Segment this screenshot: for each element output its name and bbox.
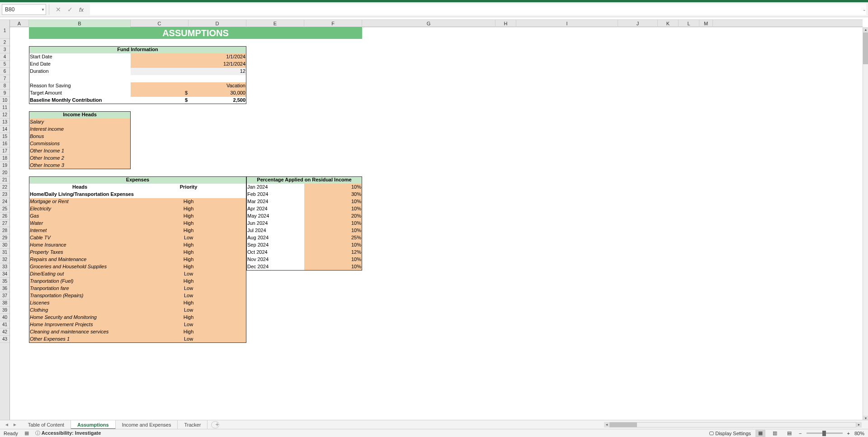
row-header-42[interactable]: 42	[0, 328, 9, 336]
row-header-36[interactable]: 36	[0, 285, 9, 292]
cell[interactable]: Low	[131, 285, 246, 292]
cell[interactable]: Transportation (Repairs)	[29, 292, 131, 299]
cell[interactable]: Clothing	[29, 307, 131, 314]
cell[interactable]: Heads	[29, 184, 131, 191]
cell[interactable]: High	[131, 242, 246, 249]
cell[interactable]: Target Amount	[29, 90, 131, 97]
cell[interactable]: High	[131, 220, 246, 227]
cell[interactable]: Other Income 3	[29, 162, 131, 169]
row-header-33[interactable]: 33	[0, 263, 9, 271]
enter-icon[interactable]: ✓	[67, 6, 73, 13]
row-header-22[interactable]: 22	[0, 184, 9, 191]
row-header-21[interactable]: 21	[0, 176, 9, 184]
cell[interactable]: Tranportation (Fuel)	[29, 278, 131, 285]
cell[interactable]: Start Date	[29, 53, 131, 61]
col-header-G[interactable]: G	[362, 20, 495, 28]
cell[interactable]: 12/1/2024	[131, 61, 246, 68]
zoom-in-button[interactable]: +	[847, 431, 850, 436]
scroll-up-icon[interactable]: ▲	[863, 27, 868, 33]
cell[interactable]: Nov 2024	[246, 256, 304, 263]
row-header-37[interactable]: 37	[0, 292, 9, 299]
col-header-K[interactable]: K	[658, 20, 679, 28]
cell[interactable]: Jun 2024	[246, 220, 304, 227]
cell[interactable]: 12%	[304, 249, 362, 256]
cell[interactable]: Income Heads	[29, 111, 131, 119]
row-header-29[interactable]: 29	[0, 234, 9, 242]
row-header-26[interactable]: 26	[0, 213, 9, 220]
cell[interactable]: Home Improvement Projects	[29, 321, 131, 328]
cell[interactable]: Liscenes	[29, 299, 131, 307]
cell[interactable]: Feb 2024	[246, 191, 304, 198]
cell[interactable]: Cable TV	[29, 234, 131, 242]
cell[interactable]: 30%	[304, 191, 362, 198]
row-header-25[interactable]: 25	[0, 205, 9, 213]
cell[interactable]: Mortgage or Rent	[29, 198, 131, 205]
cell[interactable]: Jan 2024	[246, 184, 304, 191]
cell[interactable]: 10%	[304, 256, 362, 263]
cell[interactable]: Repairs and Maintenance	[29, 256, 131, 263]
vscroll-thumb[interactable]	[863, 33, 868, 64]
row-header-4[interactable]: 4	[0, 53, 9, 61]
cell[interactable]: Low	[131, 336, 246, 343]
fx-icon[interactable]: fx	[79, 6, 84, 13]
page-layout-view-button[interactable]: ▥	[770, 430, 780, 437]
cell[interactable]: High	[131, 227, 246, 234]
horizontal-scrollbar[interactable]: ◄ ►	[604, 422, 862, 428]
cell[interactable]: Reason for Saving	[29, 82, 131, 90]
col-header-D[interactable]: D	[189, 20, 246, 28]
name-box-dropdown-icon[interactable]: ▼	[41, 8, 45, 12]
col-header-B[interactable]: B	[29, 20, 131, 28]
cell[interactable]: High	[131, 314, 246, 321]
row-header-14[interactable]: 14	[0, 126, 9, 133]
row-header-40[interactable]: 40	[0, 314, 9, 321]
cell[interactable]: 10%	[304, 205, 362, 213]
row-header-32[interactable]: 32	[0, 256, 9, 263]
row-header-23[interactable]: 23	[0, 191, 9, 198]
name-box[interactable]: B80 ▼	[2, 4, 46, 15]
cell[interactable]: Interest income	[29, 126, 131, 133]
cell[interactable]: High	[131, 256, 246, 263]
cell[interactable]: End Date	[29, 61, 131, 68]
col-header-I[interactable]: I	[516, 20, 618, 28]
vertical-scrollbar[interactable]: ▲ ▼	[863, 27, 868, 421]
hscroll-right-icon[interactable]: ►	[856, 422, 862, 428]
cell[interactable]: High	[131, 299, 246, 307]
row-header-30[interactable]: 30	[0, 242, 9, 249]
cell[interactable]: Jul 2024	[246, 227, 304, 234]
zoom-thumb[interactable]	[822, 431, 826, 436]
cell[interactable]: Low	[131, 234, 246, 242]
col-header-F[interactable]: F	[304, 20, 362, 28]
hscroll-track[interactable]	[609, 422, 856, 428]
cell[interactable]: Low	[131, 321, 246, 328]
sheet-tab-assumptions[interactable]: Assumptions	[71, 420, 116, 429]
cell[interactable]: $	[131, 97, 189, 104]
cell[interactable]: Salary	[29, 119, 131, 126]
cell[interactable]: 20%	[304, 213, 362, 220]
select-all-corner[interactable]	[0, 20, 10, 28]
cell[interactable]: 10%	[304, 198, 362, 205]
cell[interactable]: Groceries and Household Supplies	[29, 263, 131, 271]
col-header-J[interactable]: J	[618, 20, 658, 28]
cell[interactable]: 25%	[304, 234, 362, 242]
cell[interactable]: Electricity	[29, 205, 131, 213]
cell[interactable]: Baseline Monthly Contribution	[29, 97, 131, 104]
page-break-view-button[interactable]: ▤	[784, 430, 794, 437]
cell[interactable]: $	[131, 90, 189, 97]
row-header-10[interactable]: 10	[0, 97, 9, 104]
cell[interactable]: Duration	[29, 68, 131, 75]
cell[interactable]: Percentage Applied on Residual Income	[246, 176, 362, 184]
row-header-3[interactable]: 3	[0, 46, 9, 53]
cell[interactable]: Dec 2024	[246, 263, 304, 271]
row-header-12[interactable]: 12	[0, 111, 9, 119]
col-header-C[interactable]: C	[131, 20, 189, 28]
add-sheet-button[interactable]: +	[211, 421, 219, 428]
row-header-13[interactable]: 13	[0, 119, 9, 126]
row-header-39[interactable]: 39	[0, 307, 9, 314]
cell[interactable]: Water	[29, 220, 131, 227]
cell[interactable]: High	[131, 205, 246, 213]
cell[interactable]: High	[131, 328, 246, 336]
row-header-1[interactable]: 1	[0, 27, 9, 39]
cell[interactable]: 30,000	[189, 90, 246, 97]
cell[interactable]: Home Insurance	[29, 242, 131, 249]
cell[interactable]: 10%	[304, 184, 362, 191]
